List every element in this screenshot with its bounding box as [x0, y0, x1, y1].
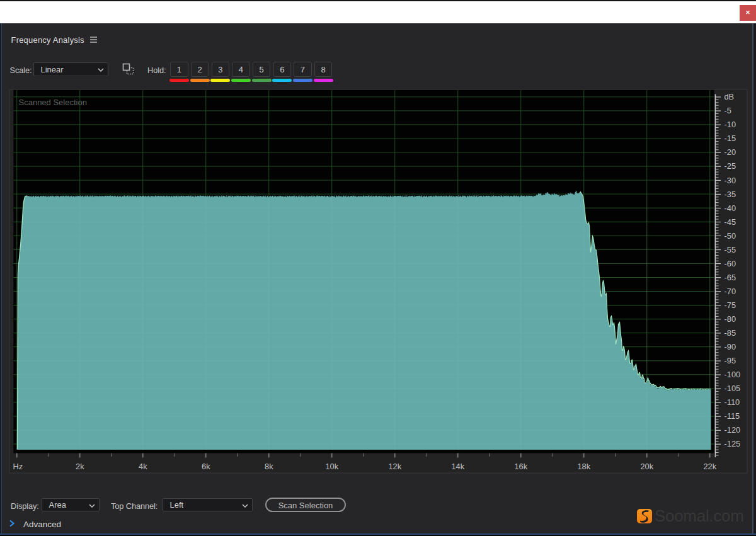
svg-text:12k: 12k	[388, 462, 401, 471]
svg-text:-85: -85	[724, 328, 736, 338]
svg-text:-25: -25	[724, 161, 736, 171]
svg-text:10k: 10k	[325, 462, 338, 471]
svg-text:-35: -35	[724, 190, 736, 199]
svg-text:-50: -50	[724, 231, 736, 241]
svg-text:8k: 8k	[265, 462, 273, 471]
svg-text:-100: -100	[724, 370, 741, 379]
svg-text:-70: -70	[724, 287, 736, 296]
svg-text:-20: -20	[724, 147, 736, 157]
svg-text:-95: -95	[724, 356, 736, 365]
svg-text:4k: 4k	[139, 462, 147, 471]
svg-text:-75: -75	[724, 300, 736, 310]
svg-text:dB: dB	[724, 92, 735, 101]
svg-text:18k: 18k	[577, 462, 590, 471]
svg-text:-60: -60	[724, 259, 736, 268]
svg-text:-90: -90	[724, 342, 736, 351]
svg-text:Hz: Hz	[13, 462, 23, 471]
svg-text:22k: 22k	[703, 462, 716, 471]
svg-text:-40: -40	[724, 203, 736, 213]
svg-text:-45: -45	[724, 217, 736, 227]
svg-text:14k: 14k	[451, 462, 464, 471]
svg-text:6k: 6k	[202, 462, 210, 471]
svg-text:16k: 16k	[514, 462, 527, 471]
svg-text:-15: -15	[724, 134, 736, 143]
svg-text:20k: 20k	[640, 462, 653, 471]
svg-text:2k: 2k	[76, 462, 84, 471]
svg-text:-110: -110	[724, 397, 740, 407]
svg-text:-5: -5	[724, 106, 731, 115]
svg-text:-115: -115	[724, 411, 740, 421]
svg-text:-55: -55	[724, 245, 736, 254]
svg-text:-125: -125	[724, 439, 741, 448]
svg-text:-10: -10	[724, 120, 736, 129]
svg-text:-120: -120	[724, 425, 741, 435]
svg-text:Scanned Selection: Scanned Selection	[19, 98, 87, 107]
svg-text:-30: -30	[724, 176, 736, 185]
svg-text:-80: -80	[724, 314, 736, 324]
svg-text:-105: -105	[724, 384, 741, 393]
svg-text:-65: -65	[724, 273, 736, 282]
